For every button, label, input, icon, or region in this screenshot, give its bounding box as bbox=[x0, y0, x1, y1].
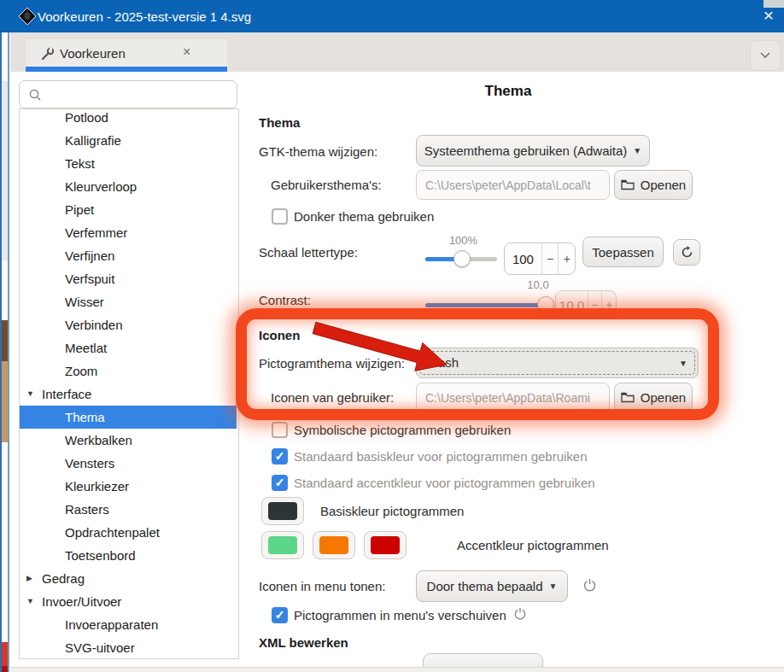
base-color-swatch bbox=[268, 502, 297, 520]
sidebar-item-interface[interactable]: ▼Interface bbox=[20, 383, 237, 406]
sidebar-item-label: Interface bbox=[42, 387, 91, 401]
sidebar-item-kleurkiezer[interactable]: Kleurkiezer bbox=[20, 475, 237, 498]
sidebar-item-opdrachtenpalet[interactable]: Opdrachtenpalet bbox=[20, 521, 237, 544]
tab-active-indicator bbox=[26, 67, 227, 72]
base-color-swatch-button[interactable] bbox=[261, 497, 304, 525]
window-border-inner bbox=[8, 32, 9, 672]
menu-icons-value: Door thema bepaald bbox=[427, 579, 543, 593]
dropdown-arrow-icon: ▼ bbox=[549, 581, 558, 591]
font-scale-label: Schaal lettertype: bbox=[259, 245, 358, 260]
sidebar-item-zoom[interactable]: Zoom bbox=[20, 359, 237, 383]
accent-orange-swatch-button[interactable] bbox=[313, 531, 355, 559]
expander-open-icon[interactable]: ▼ bbox=[26, 383, 34, 406]
icon-theme-dropdown[interactable]: Dash ▼ bbox=[416, 348, 699, 378]
contrast-label: Contrast: bbox=[259, 293, 311, 307]
accent-green-swatch bbox=[268, 536, 297, 554]
reset-scale-button[interactable] bbox=[673, 239, 700, 266]
icon-theme-value: Dash bbox=[429, 355, 459, 370]
sidebar-item-label: Wisser bbox=[65, 295, 104, 309]
menu-icons-dropdown[interactable]: Door thema bepaald ▼ bbox=[416, 570, 568, 602]
sidebar-item-meetlat[interactable]: Meetlat bbox=[20, 336, 237, 359]
sidebar-item-pipet[interactable]: Pipet bbox=[20, 198, 237, 221]
dropdown-arrow-icon: ▼ bbox=[633, 146, 641, 155]
sidebar-item-verfspuit[interactable]: Verfspuit bbox=[20, 267, 237, 290]
user-icons-path-field[interactable]: C:\Users\peter\AppData\Roami bbox=[416, 383, 610, 412]
accent-green-swatch-button[interactable] bbox=[261, 531, 304, 559]
contrast-slider[interactable] bbox=[425, 303, 545, 307]
dark-theme-checkbox[interactable] bbox=[272, 208, 288, 225]
expander-open-icon[interactable]: ▼ bbox=[26, 590, 34, 613]
preferences-window: Voorkeuren - 2025-test-versie 1 4.svg × … bbox=[0, 0, 784, 672]
canvas-edge-gray bbox=[2, 81, 8, 260]
sidebar-item-kalligrafie[interactable]: Kalligrafie bbox=[20, 129, 237, 152]
contrast-spinner: 10,0 − + bbox=[555, 290, 617, 319]
sidebar-item-werkbalken[interactable]: Werkbalken bbox=[20, 429, 237, 452]
search-input[interactable] bbox=[19, 80, 237, 108]
user-themes-path-field[interactable]: C:\Users\peter\AppData\Local\t bbox=[416, 170, 610, 200]
icon-theme-label: Pictogramthema wijzigen: bbox=[259, 356, 405, 371]
sidebar-item-invoerapparaten[interactable]: Invoerapparaten bbox=[20, 613, 237, 636]
base-color-checkbox[interactable]: ✓ bbox=[272, 448, 288, 465]
accent-red-swatch-button[interactable] bbox=[364, 531, 407, 559]
sidebar-item-wisser[interactable]: Wisser bbox=[20, 290, 237, 313]
chevron-down-icon bbox=[760, 52, 770, 59]
font-scale-slider-thumb[interactable] bbox=[453, 250, 471, 267]
expander-closed-icon[interactable]: ▶ bbox=[26, 567, 32, 590]
canvas-edge-tan bbox=[2, 361, 8, 442]
sidebar-item-label: Verfijnen bbox=[65, 248, 114, 263]
sidebar-item-gedrag[interactable]: ▶Gedrag bbox=[20, 567, 237, 590]
icons-section-heading: Iconen bbox=[259, 328, 300, 342]
accent-orange-swatch bbox=[319, 536, 348, 554]
sidebar-item-svg-uitvoer[interactable]: SVG-uitvoer bbox=[20, 636, 237, 659]
symbolic-icons-checkbox[interactable] bbox=[272, 422, 288, 438]
power-icon[interactable] bbox=[582, 578, 597, 593]
sidebar-item-tekst[interactable]: Tekst bbox=[20, 152, 237, 175]
contrast-percent: 10,0 bbox=[512, 278, 564, 291]
sidebar-item-label: Zoom bbox=[65, 364, 97, 378]
power-icon[interactable] bbox=[513, 607, 527, 621]
accent-red-swatch bbox=[371, 536, 400, 554]
sidebar-item-label: Kalligrafie bbox=[65, 133, 121, 148]
wrench-icon bbox=[40, 47, 55, 61]
folder-icon bbox=[621, 392, 635, 403]
sidebar-item-kleurverloop[interactable]: Kleurverloop bbox=[20, 175, 237, 198]
close-icon[interactable]: × bbox=[764, 5, 774, 26]
tab-list-button[interactable] bbox=[750, 40, 781, 71]
sidebar-item-label: Toetsenbord bbox=[65, 548, 136, 563]
font-scale-spinner[interactable]: 100 − + bbox=[504, 243, 576, 275]
spin-plus-button[interactable]: + bbox=[558, 243, 575, 274]
menu-shift-label: Pictogrammen in menu's verschuiven bbox=[294, 608, 506, 622]
tab-close-icon[interactable]: × bbox=[183, 44, 190, 60]
canvas-edge-red bbox=[2, 642, 8, 666]
sidebar-item-verbinden[interactable]: Verbinden bbox=[20, 313, 237, 336]
sidebar-item-toetsenbord[interactable]: Toetsenbord bbox=[20, 544, 237, 567]
apply-button[interactable]: Toepassen bbox=[582, 237, 664, 267]
sidebar-item-rasters[interactable]: Rasters bbox=[20, 498, 237, 521]
menu-shift-checkbox[interactable]: ✓ bbox=[272, 607, 288, 623]
sidebar-item-invoer-uitvoer[interactable]: ▼Invoer/Uitvoer bbox=[20, 590, 237, 613]
sidebar-item-thema[interactable]: Thema bbox=[20, 406, 237, 429]
gtk-theme-label: GTK-thema wijzigen: bbox=[259, 144, 377, 159]
sidebar-item-label: Pipet bbox=[65, 202, 94, 217]
open-themes-button[interactable]: Openen bbox=[614, 170, 693, 200]
sidebar-item-label: Invoer/Uitvoer bbox=[42, 594, 121, 609]
user-themes-path: C:\Users\peter\AppData\Local\t bbox=[425, 178, 591, 192]
window-border-left bbox=[0, 32, 2, 672]
accent-color-checkbox[interactable]: ✓ bbox=[272, 475, 288, 491]
inkscape-logo-icon bbox=[17, 6, 38, 26]
apply-button-label: Toepassen bbox=[592, 245, 654, 260]
gtk-theme-dropdown[interactable]: Systeemthema gebruiken (Adwaita) ▼ bbox=[416, 135, 650, 167]
sidebar-item-potlood[interactable]: Potlood bbox=[20, 108, 237, 129]
sidebar-item-label: Verbinden bbox=[65, 318, 123, 332]
accent-color-label: Accentkleur pictogrammen bbox=[457, 538, 609, 552]
dark-theme-label: Donker thema gebruiken bbox=[294, 209, 434, 224]
spin-minus-button[interactable]: − bbox=[541, 243, 559, 274]
sidebar-item-vensters[interactable]: Vensters bbox=[20, 452, 237, 475]
contrast-slider-thumb[interactable] bbox=[537, 296, 554, 313]
sidebar-item-verfemmer[interactable]: Verfemmer bbox=[20, 221, 237, 244]
sidebar-item-verfijnen[interactable]: Verfijnen bbox=[20, 244, 237, 267]
font-scale-percent: 100% bbox=[440, 234, 487, 247]
open-icons-button[interactable]: Openen bbox=[614, 383, 693, 412]
sidebar-item-label: Potlood bbox=[65, 110, 108, 125]
window-title: Voorkeuren - 2025-test-versie 1 4.svg bbox=[38, 9, 251, 24]
